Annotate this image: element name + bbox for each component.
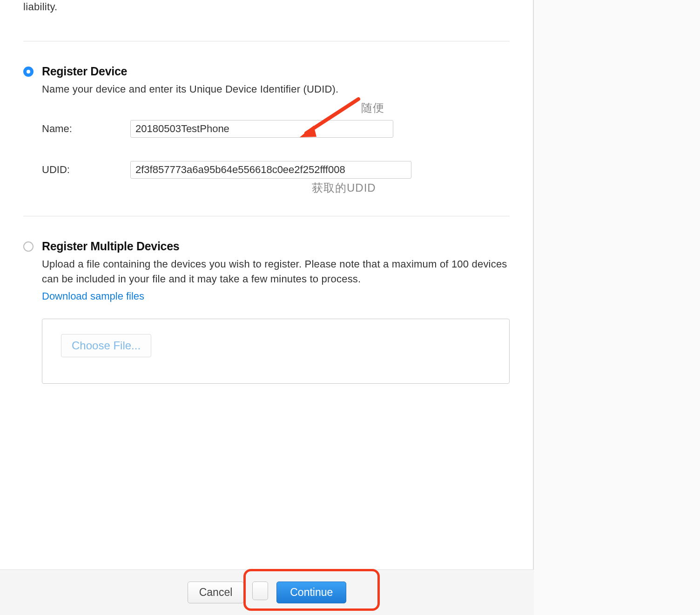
right-gutter — [534, 0, 700, 615]
udid-row: UDID: 获取的UDID — [42, 161, 510, 179]
udid-label: UDID: — [42, 164, 130, 176]
footer-spacer — [252, 582, 268, 600]
register-multiple-section: Register Multiple Devices Upload a file … — [23, 240, 510, 384]
udid-annotation: 获取的UDID — [312, 180, 376, 195]
device-udid-input[interactable] — [130, 161, 411, 179]
choose-file-button[interactable]: Choose File... — [61, 334, 151, 357]
section-divider-2 — [23, 216, 510, 216]
section-divider — [23, 41, 510, 41]
cancel-button[interactable]: Cancel — [188, 582, 244, 603]
register-multiple-description: Upload a file containing the devices you… — [42, 257, 510, 287]
name-row: Name: 随便 — [42, 120, 510, 138]
device-name-input[interactable] — [130, 120, 393, 138]
upload-file-box: Choose File... — [42, 319, 510, 384]
register-device-radio[interactable] — [23, 67, 34, 77]
name-annotation: 随便 — [361, 100, 384, 115]
continue-button[interactable]: Continue — [276, 582, 346, 603]
register-device-section: Register Device Name your device and ent… — [23, 65, 510, 179]
footer-bar: Cancel Continue — [0, 569, 534, 615]
download-sample-link[interactable]: Download sample files — [42, 290, 144, 302]
name-label: Name: — [42, 123, 130, 135]
register-multiple-title: Register Multiple Devices — [42, 240, 510, 253]
register-device-title: Register Device — [42, 65, 510, 78]
register-multiple-radio[interactable] — [23, 241, 34, 252]
intro-text-fragment: liability. — [23, 0, 510, 22]
register-device-description: Name your device and enter its Unique De… — [42, 82, 510, 97]
